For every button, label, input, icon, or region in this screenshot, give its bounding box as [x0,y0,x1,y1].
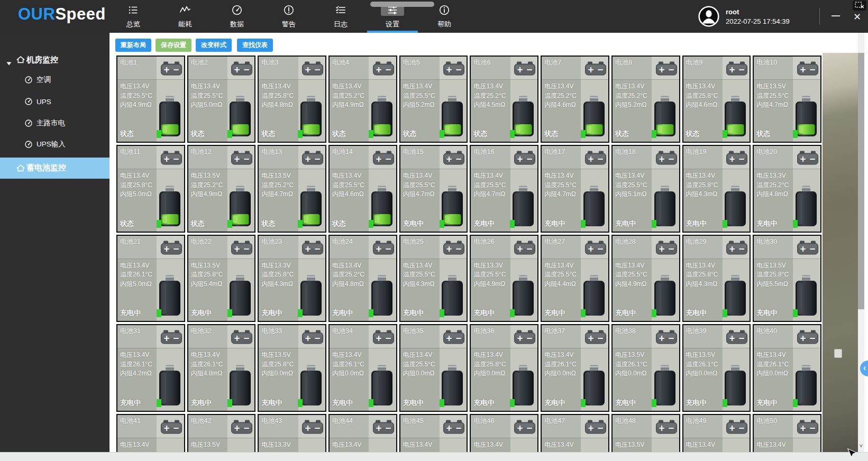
sidebar-item-label: UPS输入 [36,140,66,149]
svg-text:−: − [809,244,816,253]
battery-name: 电池30 [756,237,777,246]
battery-status: 状态 [332,219,346,228]
scrollbar-thumb[interactable] [858,53,864,309]
battery-card-电池13[interactable]: 电池13+−电压13.5V温度25.2°C内阻4.7mΩ状态 [258,145,326,232]
voltage-reading: 电压13.4V [332,440,361,450]
battery-card-电池21[interactable]: 电池21+−电压13.4V温度26.1°C内阻5.0mΩ充电中 [116,235,185,322]
battery-card-电池31[interactable]: 电池31+−电压13.4V温度26.1°C内阻4.2mΩ充电中 [116,324,185,411]
battery-card-电池20[interactable]: 电池20+−电压13.3V温度25.2°C内阻4.8mΩ充电中 [753,145,821,232]
battery-card-电池34[interactable]: 电池34+−电压13.4V温度26.1°C内阻0.0mΩ充电中 [328,324,397,411]
battery-card-电池11[interactable]: 电池11+−电压13.4V温度25.8°C内阻5.0mΩ状态 [116,145,185,232]
svg-text:+: + [588,244,595,253]
battery-card-电池4[interactable]: 电池4+−电压13.4V温度25.2°C内阻4.9mΩ状态 [328,56,397,143]
battery-card-电池3[interactable]: 电池3+−电压13.4V温度25.8°C内阻4.8mΩ状态 [258,56,326,143]
temperature-reading: 温度25.2°C [544,91,577,101]
vertical-scrollbar[interactable]: ˅ [858,33,864,452]
svg-text:+: + [658,244,665,253]
battery-status: 状态 [120,219,134,228]
battery-card-电池15[interactable]: 电池15+−电压13.4V温度25.5°C内阻4.7mΩ充电中 [399,145,468,232]
resistance-reading: 内阻4.6mΩ [332,190,364,199]
battery-card-电池48[interactable]: 电池48+−电压13.5V [611,414,680,452]
battery-card-电池47[interactable]: 电池47+−电压13.4V [541,414,609,452]
sidebar-item-主路市电[interactable]: 主路市电 [24,118,65,128]
tab-能耗[interactable]: 能耗 [159,0,211,33]
user-menu[interactable]: root 2022-07-25 17:54:39 [698,6,790,29]
battery-card-电池30[interactable]: 电池30+−电压13.5V温度25.8°C内阻5.5mΩ充电中 [753,235,821,322]
battery-card-电池18[interactable]: 电池18+−电压13.4V温度25.5°C内阻5.1mΩ充电中 [611,145,680,232]
battery-card-电池17[interactable]: 电池17+−电压13.4V温度25.5°C内阻4.7mΩ充电中 [541,145,609,232]
battery-card-电池25[interactable]: 电池25+−电压13.4V温度25.5°C内阻4.3mΩ充电中 [399,235,468,322]
battery-card-电池23[interactable]: 电池23+−电压13.3V温度25.8°C内阻4.3mΩ充电中 [258,235,326,322]
battery-status: 充电中 [615,398,636,408]
battery-card-电池14[interactable]: 电池14+−电压13.4V温度25.5°C内阻4.6mΩ状态 [328,145,397,232]
gauge-icon [24,119,33,127]
status-indicator [652,220,656,228]
screenshot-tool-icon[interactable] [853,1,866,13]
battery-card-电池27[interactable]: 电池27+−电压13.4V温度25.5°C内阻4.4mΩ充电中 [541,235,609,322]
close-button[interactable]: ✕ [853,13,861,21]
voltage-reading: 电压13.5V [191,440,220,450]
battery-readings: 电压13.5V温度25.2°C内阻4.7mΩ [261,171,294,199]
battery-card-电池45[interactable]: 电池45+−电压13.4V [399,414,468,452]
tab-警告[interactable]: 警告 [263,0,315,33]
window-controls-divider [819,8,820,25]
battery-card-电池35[interactable]: 电池35+−电压13.4V温度25.5°C内阻0.0mΩ充电中 [399,324,468,411]
voltage-reading: 电压13.4V [120,440,149,450]
tab-数据[interactable]: 数据 [211,0,263,33]
minimize-button[interactable]: — [832,12,840,20]
battery-card-电池43[interactable]: 电池43+−电压13.3V [258,414,326,452]
battery-card-电池16[interactable]: 电池16+−电压13.4V温度25.5°C内阻4.7mΩ充电中 [470,145,538,232]
resistance-reading: 内阻4.3mΩ [686,190,718,199]
sidebar-item-空调[interactable]: 空调 [24,75,51,85]
battery-card-电池46[interactable]: 电池46+−电压13.4V [470,414,538,452]
toolbar-button-保存设置[interactable]: 保存设置 [156,39,191,52]
battery-card-电池38[interactable]: 电池38+−电压13.5V温度26.1°C内阻0.0mΩ充电中 [611,324,680,411]
battery-card-电池41[interactable]: 电池41+−电压13.4V [116,414,185,452]
battery-card-电池22[interactable]: 电池22+−电压13.5V温度25.8°C内阻5.4mΩ充电中 [187,235,256,322]
battery-card-电池44[interactable]: 电池44+−电压13.4V [328,414,397,452]
temperature-reading: 温度25.5°C [332,181,364,190]
battery-card-电池39[interactable]: 电池39+−电压13.5V温度26.1°C内阻0.0mΩ充电中 [682,324,751,411]
toolbar-button-改变样式[interactable]: 改变样式 [196,39,232,52]
battery-card-电池50[interactable]: 电池50+−电压13.4V [753,414,821,452]
battery-card-电池36[interactable]: 电池36+−电压13.4V温度25.8°C内阻0.0mΩ充电中 [470,324,538,411]
battery-card-电池26[interactable]: 电池26+−电压13.3V温度25.5°C内阻4.9mΩ充电中 [470,235,538,322]
battery-card-电池28[interactable]: 电池28+−电压13.4V温度25.5°C内阻4.9mΩ充电中 [611,235,680,322]
tab-总览[interactable]: 总览 [107,0,159,33]
battery-card-电池9[interactable]: 电池9+−电压13.4V温度25.8°C内阻4.6mΩ状态 [682,56,751,143]
battery-card-电池2[interactable]: 电池2+−电压13.4V温度25.5°C内阻5.0mΩ状态 [187,56,256,143]
battery-name: 电池11 [120,147,140,156]
scroll-down-arrow[interactable]: ˅ [858,442,864,449]
battery-card-电池33[interactable]: 电池33+−电压13.5V温度25.8°C内阻0.0mΩ充电中 [258,324,326,411]
battery-name: 电池21 [120,237,141,246]
battery-card-电池7[interactable]: 电池7+−电压13.4V温度25.2°C内阻4.6mΩ状态 [541,56,609,143]
battery-card-电池10[interactable]: 电池10+−电压13.5V温度25.5°C内阻4.7mΩ状态 [753,56,821,143]
sidebar-item-UPS[interactable]: UPS [24,97,51,106]
sidebar-item-UPS输入[interactable]: UPS输入 [24,140,66,149]
tab-日志[interactable]: 日志 [315,0,367,33]
toolbar-button-查找仪表[interactable]: 查找仪表 [237,39,273,52]
sidebar-group-room-monitoring[interactable]: 机房监控 [0,54,109,67]
resistance-reading: 内阻4.9mΩ [120,100,152,110]
battery-card-电池29[interactable]: 电池29+−电压13.4V温度25.8°C内阻4.3mΩ充电中 [682,235,751,322]
battery-card-电池40[interactable]: 电池40+−电压13.4V温度26.1°C内阻0.0mΩ充电中 [753,324,821,411]
status-indicator [793,399,798,407]
battery-card-电池32[interactable]: 电池32+−电压13.4V温度26.1°C内阻4.8mΩ充电中 [187,324,256,411]
battery-card-电池1[interactable]: 电池1+−电压13.4V温度25.5°C内阻4.9mΩ状态 [116,56,185,143]
battery-card-电池49[interactable]: 电池49+−电压13.4V [682,414,751,452]
resistance-reading: 内阻4.3mΩ [403,280,435,289]
battery-card-电池37[interactable]: 电池37+−电压13.4V温度26.1°C内阻0.0mΩ充电中 [541,324,609,411]
sidebar-item-battery-monitoring[interactable]: 蓄电池监控 [0,158,109,179]
battery-card-电池6[interactable]: 电池6+−电压13.4V温度25.2°C内阻4.5mΩ状态 [470,56,538,143]
battery-card-电池8[interactable]: 电池8+−电压13.4V温度25.2°C内阻5.2mΩ状态 [611,56,680,143]
battery-card-电池24[interactable]: 电池24+−电压13.4V温度25.2°C内阻4.8mΩ充电中 [328,235,397,322]
resistance-reading: 内阻5.0mΩ [191,100,223,110]
svg-text:+: + [163,334,170,343]
battery-card-电池42[interactable]: 电池42+−电压13.5V [187,414,256,452]
toolbar-button-重新布局[interactable]: 重新布局 [115,39,151,52]
battery-card-电池12[interactable]: 电池12+−电压13.5V温度25.2°C内阻4.9mΩ状态 [187,145,256,232]
horizontal-scrollbar-strip[interactable] [0,452,868,461]
battery-card-电池5[interactable]: 电池5+−电压13.4V温度25.5°C内阻5.2mΩ状态 [399,56,468,143]
battery-readings: 电压13.4V温度26.1°C内阻0.0mΩ [756,351,789,379]
battery-card-电池19[interactable]: 电池19+−电压13.4V温度25.8°C内阻4.3mΩ充电中 [682,145,751,232]
